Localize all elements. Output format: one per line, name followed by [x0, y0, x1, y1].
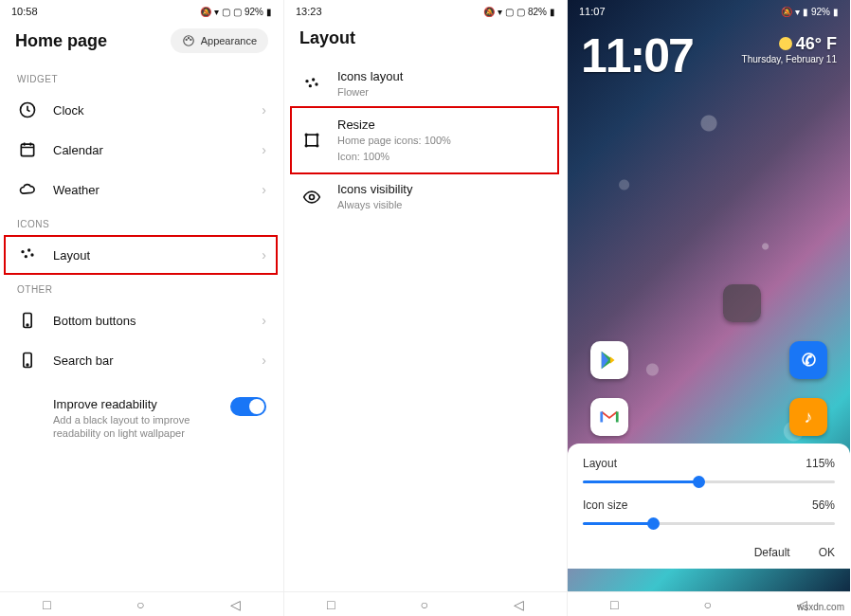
row-resize[interactable]: Resize Home page icons: 100% Icon: 100%	[284, 108, 567, 172]
sun-icon	[779, 37, 792, 50]
nav-home-icon[interactable]: ○	[703, 597, 711, 612]
nav-home-icon[interactable]: ○	[420, 597, 427, 612]
status-time: 11:07	[579, 6, 606, 17]
row-label: Clock	[53, 103, 246, 118]
silent-icon: 🔕	[781, 7, 792, 17]
weather-temp: 46° F	[796, 34, 837, 53]
chevron-right-icon: ›	[262, 102, 266, 118]
nav-back-icon[interactable]: ◁	[514, 597, 524, 612]
silent-icon: 🔕	[483, 7, 495, 17]
ok-button[interactable]: OK	[819, 546, 835, 559]
chevron-right-icon: ›	[262, 247, 266, 263]
signal-icon: ▢	[505, 7, 514, 17]
appearance-button[interactable]: Appearance	[171, 28, 268, 53]
app-icon-music[interactable]: ♪	[789, 398, 827, 436]
calendar-icon	[17, 139, 38, 160]
svg-point-22	[317, 145, 318, 147]
row-layout[interactable]: Layout ›	[0, 235, 283, 275]
status-time: 10:58	[11, 6, 38, 17]
nav-recent-icon[interactable]: □	[43, 597, 50, 612]
chevron-right-icon: ›	[262, 182, 266, 197]
battery-icon: ▮	[266, 7, 272, 17]
svg-point-9	[30, 253, 33, 256]
svg-point-13	[27, 364, 28, 366]
layout-slider[interactable]	[583, 476, 835, 489]
status-icons: 🔕 ▾ ▢ ▢ 82% ▮	[483, 7, 555, 17]
svg-point-11	[27, 324, 28, 326]
iconsize-label: Icon size	[583, 498, 627, 512]
svg-point-16	[309, 84, 312, 87]
row-label: Calendar	[53, 143, 246, 157]
weather-widget[interactable]: 46° F Thursday, February 11	[742, 34, 837, 64]
battery-icon: ▮	[550, 7, 555, 17]
row-clock[interactable]: Clock ›	[0, 90, 283, 130]
row-label: Bottom buttons	[53, 314, 246, 328]
row-sub: Add a black layout to improve readabilit…	[53, 413, 215, 441]
svg-rect-5	[21, 144, 33, 156]
row-bottom-buttons[interactable]: Bottom buttons ›	[0, 300, 283, 340]
row-sub: Home page icons: 100%	[337, 134, 550, 147]
svg-point-3	[190, 39, 190, 40]
silent-icon: 🔕	[200, 7, 211, 17]
row-search-bar[interactable]: Search bar ›	[0, 340, 283, 380]
iconsize-value: 56%	[812, 498, 835, 512]
page-title: Layout	[299, 28, 355, 48]
section-other: OTHER	[0, 275, 283, 300]
nav-home-icon[interactable]: ○	[136, 597, 144, 612]
row-icons-visibility[interactable]: Icons visibility Always visible	[284, 172, 567, 221]
row-weather[interactable]: Weather ›	[0, 170, 283, 209]
nav-recent-icon[interactable]: □	[610, 597, 618, 612]
row-icons-layout[interactable]: Icons layout Flower	[284, 60, 567, 108]
row-sub: Flower	[337, 85, 550, 99]
app-folder[interactable]	[723, 284, 761, 322]
svg-point-19	[305, 134, 307, 136]
iconsize-slider[interactable]	[583, 517, 835, 531]
row-label: Improve readability	[53, 397, 215, 411]
row-sub: Icon: 100%	[337, 150, 550, 163]
row-label: Layout	[53, 248, 246, 263]
svg-point-17	[315, 82, 317, 85]
row-improve-readability[interactable]: Improve readability Add a black layout t…	[0, 380, 283, 450]
toggle-improve-readability[interactable]	[230, 397, 266, 416]
svg-point-15	[312, 78, 315, 81]
page-title: Home page	[15, 31, 107, 51]
battery-label: 92%	[811, 7, 830, 17]
battery-icon: ▮	[833, 7, 839, 17]
app-icon-phone[interactable]: ✆	[789, 341, 827, 379]
layout-label: Layout	[583, 457, 617, 470]
layout-dots-icon	[17, 245, 38, 265]
clock-widget[interactable]: 11:07	[581, 28, 693, 83]
app-icon-play[interactable]	[590, 341, 628, 379]
row-label: Weather	[53, 183, 246, 197]
nav-recent-icon[interactable]: □	[327, 597, 335, 612]
phone-icon	[17, 350, 38, 371]
app-icon-gmail[interactable]	[590, 398, 628, 436]
default-button[interactable]: Default	[754, 546, 790, 559]
clock-icon	[17, 100, 38, 120]
section-icons: ICONS	[0, 209, 283, 235]
cloud-icon	[17, 179, 38, 200]
signal-icon: ▢	[222, 7, 230, 17]
navigation-bar: □ ○ ◁	[0, 591, 283, 616]
svg-rect-18	[306, 135, 317, 146]
battery-label: 82%	[528, 7, 547, 17]
nav-back-icon[interactable]: ◁	[230, 597, 241, 612]
row-label: Search bar	[53, 353, 246, 368]
eye-icon	[301, 187, 322, 208]
row-label: Icons layout	[337, 69, 550, 83]
chevron-right-icon: ›	[262, 313, 266, 328]
wifi-icon: ▾	[795, 7, 800, 17]
signal-icon: ▮	[803, 7, 808, 17]
row-label: Icons visibility	[337, 182, 550, 196]
svg-point-20	[317, 134, 318, 136]
row-sub: Always visible	[337, 198, 550, 211]
svg-point-7	[27, 248, 30, 251]
chevron-right-icon: ›	[262, 353, 266, 368]
row-calendar[interactable]: Calendar ›	[0, 130, 283, 170]
layout-value: 115%	[806, 457, 835, 470]
status-bar: 11:07 🔕 ▾ ▮ 92% ▮	[568, 0, 850, 21]
wifi-icon: ▾	[498, 7, 502, 17]
status-icons: 🔕 ▾ ▢ ▢ 92% ▮	[200, 7, 272, 17]
svg-point-1	[186, 39, 187, 40]
navigation-bar: □ ○ ◁	[284, 591, 567, 616]
